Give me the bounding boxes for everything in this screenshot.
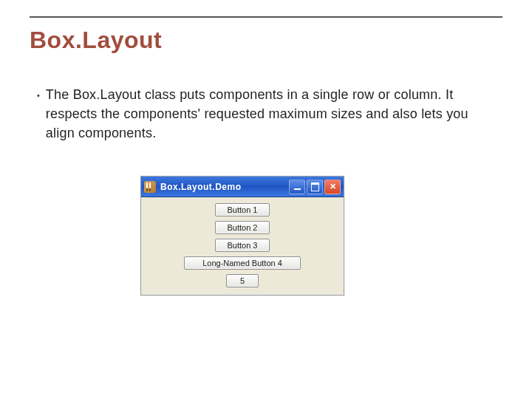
demo-button-2[interactable]: Button 2 [215, 221, 270, 234]
demo-button-4[interactable]: Long-Named Button 4 [184, 256, 301, 270]
window-client-area: Button 1 Button 2 Button 3 Long-Named Bu… [141, 197, 344, 295]
bullet-text: The Box.Layout class puts components in … [46, 85, 499, 143]
demo-button-1[interactable]: Button 1 [215, 203, 270, 216]
window-title: Box.Layout.Demo [160, 182, 284, 192]
slide-title: Box.Layout [30, 27, 162, 54]
bullet-item: • The Box.Layout class puts components i… [37, 85, 499, 143]
slide-top-rule [30, 16, 502, 18]
bullet-marker-icon: • [37, 85, 40, 105]
close-button[interactable] [324, 180, 341, 194]
maximize-button[interactable] [307, 180, 323, 194]
java-app-icon [144, 181, 156, 193]
minimize-button[interactable] [289, 180, 305, 194]
window-titlebar[interactable]: Box.Layout.Demo [141, 177, 344, 197]
demo-button-5[interactable]: 5 [226, 274, 259, 287]
demo-window: Box.Layout.Demo Button 1 Button 2 Button… [140, 176, 344, 296]
window-controls [289, 180, 341, 194]
demo-button-3[interactable]: Button 3 [215, 239, 270, 252]
bullet-list: • The Box.Layout class puts components i… [37, 85, 499, 143]
